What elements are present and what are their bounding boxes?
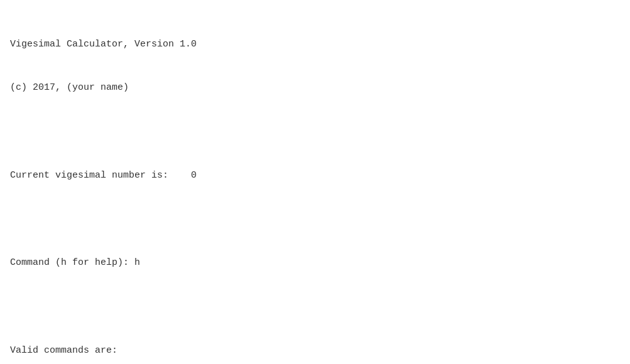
line-empty1 bbox=[10, 124, 620, 139]
line-current1: Current vigesimal number is: 0 bbox=[10, 168, 620, 183]
line-empty2 bbox=[10, 212, 620, 227]
terminal-output: Vigesimal Calculator, Version 1.0 (c) 20… bbox=[10, 8, 620, 364]
line-valid: Valid commands are: bbox=[10, 343, 620, 358]
line-title1: Vigesimal Calculator, Version 1.0 bbox=[10, 37, 620, 51]
line-title2: (c) 2017, (your name) bbox=[10, 80, 620, 95]
line-empty3 bbox=[10, 299, 620, 314]
line-cmd1: Command (h for help): h bbox=[10, 255, 620, 270]
